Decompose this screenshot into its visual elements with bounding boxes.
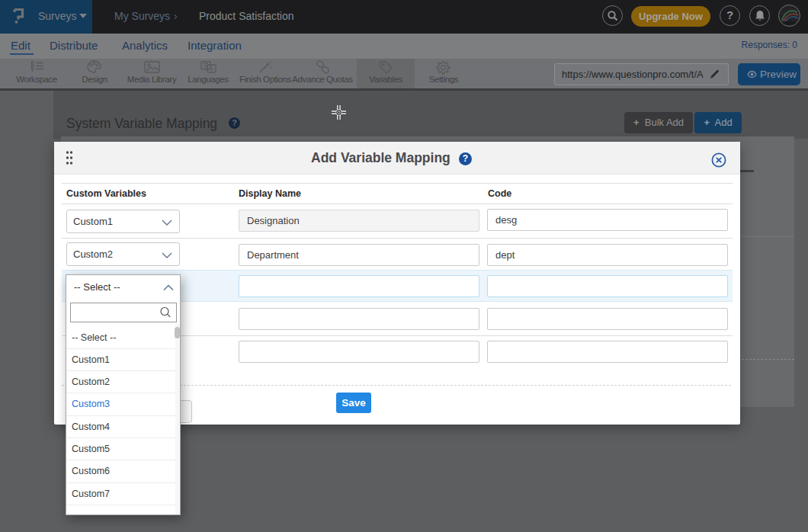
svg-text:A: A — [210, 66, 213, 72]
